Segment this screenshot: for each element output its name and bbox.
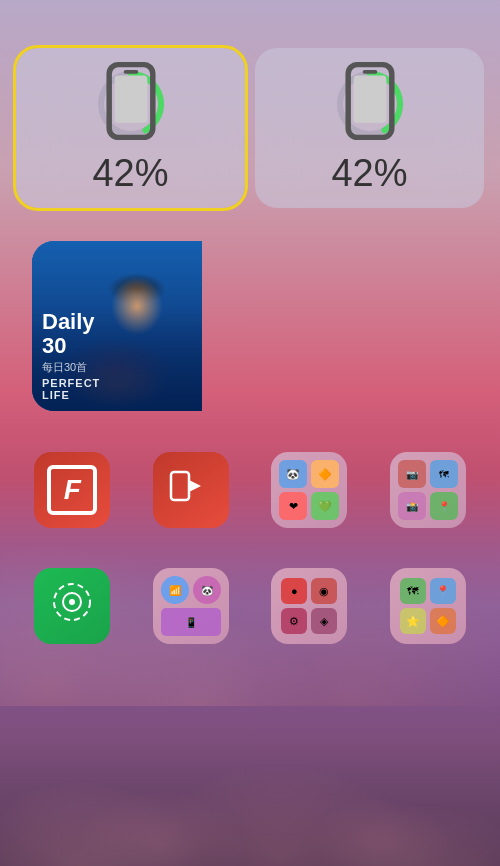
files-icon[interactable]: 📷 🗺 📸 📍	[390, 452, 466, 528]
music-daily-sub: 每日30首	[42, 360, 192, 375]
finance-sub-1: 🐼	[279, 460, 307, 488]
files-grid: 📷 🗺 📸 📍	[392, 454, 464, 526]
video-sub-1: ●	[281, 578, 307, 604]
svg-rect-10	[362, 70, 377, 74]
music-song-text: PERFECT LIFE	[42, 377, 192, 401]
files-sub-3: 📸	[398, 492, 426, 520]
svg-point-15	[69, 599, 75, 605]
remote-symbol	[51, 581, 93, 632]
files-sub-1: 📷	[398, 460, 426, 488]
filmic-inner: F	[47, 465, 97, 515]
maps-sub-3: ⭐	[400, 608, 426, 634]
video-sub-2: ◉	[311, 578, 337, 604]
filmic-f-letter: F	[64, 474, 81, 506]
svg-rect-12	[171, 472, 189, 500]
comms-icon[interactable]: 📶 🐼 📱	[153, 568, 229, 644]
finance-sub-4: 💚	[311, 492, 339, 520]
filmic-pro-icon[interactable]: F	[34, 452, 110, 528]
battery-percent-1: 42%	[92, 154, 168, 192]
comms-sub-3: 📱	[161, 608, 221, 636]
comms-sub-2: 🐼	[193, 576, 221, 604]
battery-widget-2[interactable]: 42%	[255, 48, 484, 208]
finance-grid: 🐼 🔶 ❤ 💚	[273, 454, 345, 526]
comms-grid: 📶 🐼 📱	[155, 570, 227, 642]
svg-rect-6	[114, 76, 147, 123]
files-sub-4: 📍	[430, 492, 458, 520]
svg-rect-5	[123, 70, 138, 74]
maps-sub-4: 🔶	[430, 608, 456, 634]
maps-grid: 🗺 📍 ⭐ 🔶	[392, 570, 464, 642]
finance-icon[interactable]: 🐼 🔶 ❤ 💚	[271, 452, 347, 528]
battery-ring-2	[330, 64, 410, 144]
maps-icon[interactable]: 🗺 📍 ⭐ 🔶	[390, 568, 466, 644]
music-content: Daily 30 每日30首 PERFECT LIFE	[42, 310, 192, 401]
battery-percent-2: 42%	[331, 154, 407, 192]
video-sub-4: ◈	[311, 608, 337, 634]
comms-sub-1: 📶	[161, 576, 189, 604]
music-main-panel[interactable]: Daily 30 每日30首 PERFECT LIFE	[32, 241, 202, 411]
doubletake-icon[interactable]	[153, 452, 229, 528]
finance-sub-2: 🔶	[311, 460, 339, 488]
blossom-background	[0, 606, 500, 866]
filmic-remote-icon[interactable]	[34, 568, 110, 644]
doubletake-symbol	[169, 468, 213, 512]
battery-ring-1	[91, 64, 171, 144]
battery-widget-1[interactable]: 42%	[16, 48, 245, 208]
maps-sub-2: 📍	[430, 578, 456, 604]
phone-icon-2	[330, 61, 410, 147]
phone-icon-1	[91, 61, 171, 147]
finance-sub-3: ❤	[279, 492, 307, 520]
video-sub-3: ⚙	[281, 608, 307, 634]
video-icon[interactable]: ● ◉ ⚙ ◈	[271, 568, 347, 644]
svg-rect-11	[353, 76, 386, 123]
files-sub-2: 🗺	[430, 460, 458, 488]
music-daily-title: Daily 30	[42, 310, 192, 358]
maps-sub-1: 🗺	[400, 578, 426, 604]
video-grid: ● ◉ ⚙ ◈	[273, 570, 345, 642]
